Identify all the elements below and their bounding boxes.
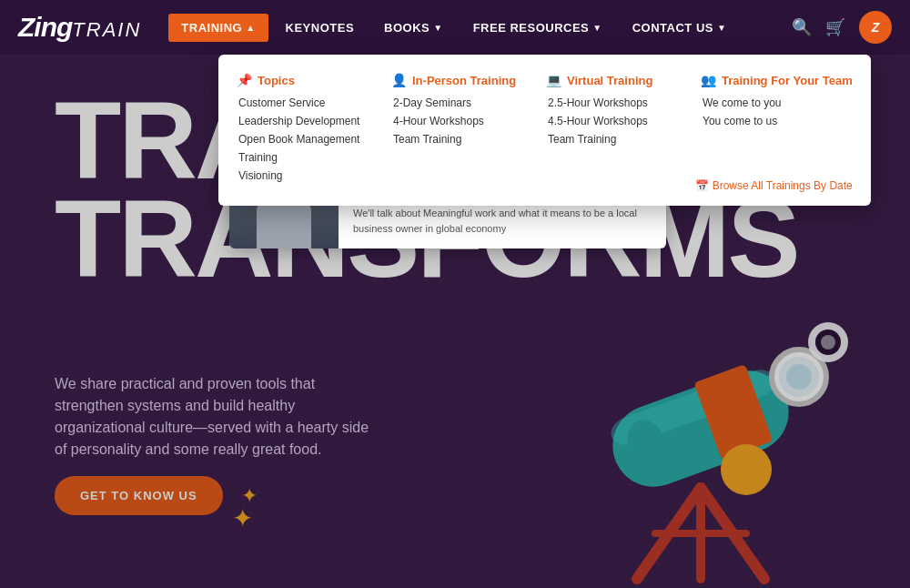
topics-title: Topics — [258, 74, 295, 87]
dropdown-team-col: 👥 Training For Your Team We come to you … — [701, 73, 853, 188]
calendar-icon: 📅 — [695, 179, 709, 192]
dropdown-virtual-col: 💻 Virtual Training 2.5-Hour Workshops 4.… — [546, 73, 673, 188]
dropdown-inperson-col: 👤 In-Person Training 2-Day Seminars 4-Ho… — [391, 73, 519, 188]
topics-icon: 📌 — [237, 73, 252, 87]
nav-keynotes[interactable]: KEYNOTES — [273, 14, 368, 42]
link-25hour[interactable]: 2.5-Hour Workshops — [546, 96, 673, 109]
search-icon[interactable]: 🔍 — [792, 17, 812, 37]
nav-books[interactable]: BOOKS ▼ — [371, 14, 456, 42]
training-dropdown: 📌 Topics Customer Service Leadership Dev… — [218, 55, 871, 206]
link-team-training-virtual[interactable]: Team Training — [546, 133, 673, 146]
virtual-header: 💻 Virtual Training — [546, 73, 673, 87]
inperson-title: In-Person Training — [412, 74, 516, 87]
main-nav: TRAINING ▲ KEYNOTES BOOKS ▼ FREE RESOURC… — [168, 14, 792, 42]
browse-all-trainings[interactable]: 📅 Browse All Trainings By Date — [695, 179, 853, 192]
team-icon: 👥 — [701, 73, 716, 87]
link-45hour[interactable]: 4.5-Hour Workshops — [546, 115, 673, 127]
link-4hour-workshops[interactable]: 4-Hour Workshops — [391, 115, 519, 127]
link-customer-service[interactable]: Customer Service — [237, 96, 364, 109]
link-leadership[interactable]: Leadership Development — [237, 115, 364, 127]
nav-contact-us[interactable]: CONTACT US ▼ — [620, 14, 740, 42]
link-open-book[interactable]: Open Book Management — [237, 133, 364, 146]
virtual-icon: 💻 — [546, 73, 561, 87]
logo[interactable]: ZingTRAIN — [18, 12, 141, 43]
logo-zing: Zing — [18, 12, 72, 42]
header-icons: 🔍 🛒 Z — [792, 11, 892, 44]
link-visioning[interactable]: Visioning — [237, 169, 364, 182]
inperson-icon: 👤 — [391, 73, 407, 87]
inperson-header: 👤 In-Person Training — [391, 73, 519, 87]
link-2day-seminars[interactable]: 2-Day Seminars — [391, 96, 519, 109]
team-header: 👥 Training For Your Team — [701, 73, 853, 87]
cart-icon[interactable]: 🛒 — [825, 17, 845, 37]
chevron-down-icon: ▼ — [433, 23, 442, 33]
nav-training[interactable]: TRAINING ▲ — [168, 14, 268, 42]
topics-header: 📌 Topics — [237, 73, 364, 87]
link-we-come-to-you[interactable]: We come to you — [701, 96, 853, 109]
chevron-down-icon: ▲ — [246, 23, 255, 33]
nav-free-resources[interactable]: FREE RESOURCES ▼ — [460, 14, 615, 42]
team-title: Training For Your Team — [722, 74, 853, 87]
chevron-down-icon: ▼ — [592, 23, 602, 33]
event-description: We'll talk about Meaningful work and wha… — [353, 206, 652, 236]
zingtrain-account-icon[interactable]: Z — [859, 11, 892, 44]
dropdown-topics-col: 📌 Topics Customer Service Leadership Dev… — [237, 73, 364, 188]
chevron-down-icon: ▼ — [717, 23, 726, 33]
logo-train: TRAIN — [72, 18, 141, 41]
header: ZingTRAIN TRAINING ▲ KEYNOTES BOOKS ▼ FR… — [0, 0, 910, 55]
virtual-title: Virtual Training — [567, 74, 652, 87]
link-training[interactable]: Training — [237, 151, 364, 164]
link-you-come-to-us[interactable]: You come to us — [701, 115, 853, 127]
link-team-training-inperson[interactable]: Team Training — [391, 133, 519, 146]
